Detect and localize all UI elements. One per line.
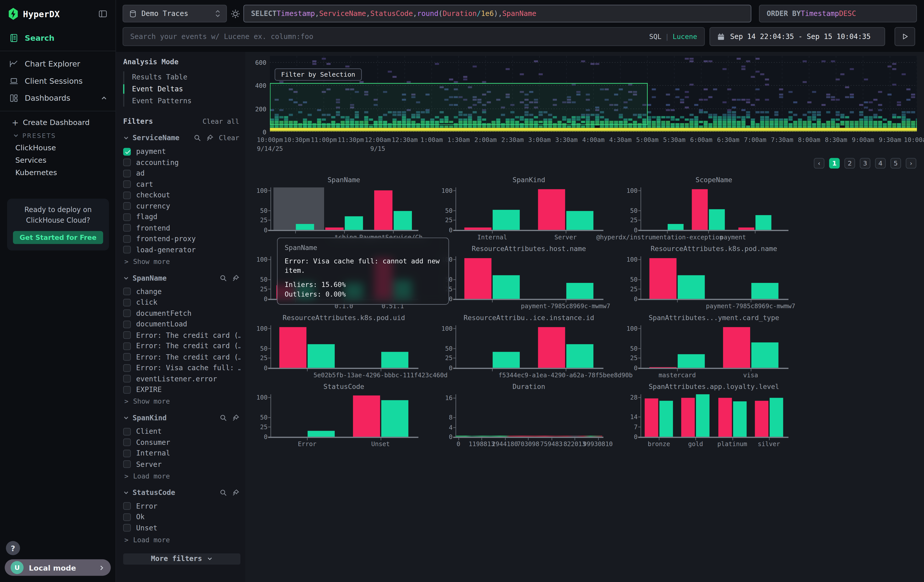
bar-group[interactable] [718, 394, 746, 437]
bar-group[interactable] [538, 188, 593, 230]
date-range-picker[interactable]: Sep 14 22:04:35 - Sep 15 10:04:35 [710, 27, 885, 46]
filter-option[interactable]: Error: Visa cache full: … [123, 362, 240, 373]
checkbox[interactable] [123, 191, 131, 199]
pagination-page-3[interactable]: 3 [860, 158, 870, 168]
bar-group[interactable] [723, 325, 778, 368]
filter-option[interactable]: checkout [123, 190, 240, 200]
sidebar-item-create-dashboard[interactable]: +Create Dashboard [0, 115, 116, 129]
filter-option[interactable]: EXPIRE [123, 384, 240, 395]
bar-group[interactable] [353, 394, 408, 437]
filter-option[interactable]: Server [123, 459, 240, 469]
analysis-mode-option-results-table[interactable]: Results Table [124, 71, 240, 83]
chart-plot-area[interactable] [455, 188, 602, 230]
bar-group[interactable] [374, 188, 412, 230]
chart-plot-area[interactable] [455, 325, 602, 368]
checkbox[interactable] [123, 320, 131, 328]
checkbox[interactable] [123, 224, 131, 232]
run-query-button[interactable] [895, 27, 916, 46]
bar-group[interactable] [755, 394, 783, 437]
analysis-mode-option-event-patterns[interactable]: Event Patterns [124, 95, 240, 107]
data-source-select[interactable]: Demo Traces [122, 5, 227, 23]
clear-filter-button[interactable]: Clear [219, 134, 239, 142]
sidebar-item-kubernetes[interactable]: Kubernetes [0, 166, 116, 179]
chart-plot-area[interactable] [271, 188, 417, 230]
checkbox[interactable] [123, 513, 131, 521]
checkbox[interactable] [123, 524, 131, 532]
bar-group[interactable] [465, 188, 520, 230]
analysis-mode-option-event-deltas[interactable]: Event Deltas [124, 83, 240, 95]
checkbox[interactable] [123, 235, 131, 242]
filter-option[interactable]: payment [123, 146, 240, 157]
bar-group[interactable] [280, 394, 335, 437]
checkbox[interactable] [123, 364, 131, 371]
filter-option[interactable]: frontend-proxy [123, 233, 240, 244]
sidebar-item-search[interactable]: Search [0, 30, 116, 46]
checkbox[interactable] [123, 439, 131, 446]
chart-plot-area[interactable] [271, 394, 417, 437]
filter-option[interactable]: documentFetch [123, 308, 240, 318]
search-input[interactable]: Search your events w/ Lucene ex. column:… [122, 27, 705, 46]
pagination-next[interactable]: › [906, 158, 916, 168]
bar-group[interactable] [353, 325, 408, 368]
checkbox[interactable] [123, 502, 131, 509]
chart-plot-area[interactable] [641, 256, 787, 299]
filter-group-name[interactable]: SpanName [133, 274, 167, 282]
filter-group-name[interactable]: ServiceName [133, 134, 179, 142]
gear-icon[interactable] [231, 9, 241, 20]
filter-option[interactable]: ad [123, 168, 240, 179]
filter-option[interactable]: Client [123, 426, 240, 437]
bar-group[interactable] [681, 394, 710, 437]
show-more-button[interactable]: >Load more [123, 472, 240, 480]
search-icon[interactable] [220, 274, 227, 281]
bar-group[interactable] [465, 325, 520, 368]
filter-option[interactable]: Error: The credit card (… [123, 330, 240, 340]
checkbox[interactable] [123, 170, 131, 177]
filter-by-selection-button[interactable]: Filter by Selection [274, 68, 361, 81]
sidebar-item-dashboards[interactable]: Dashboards [0, 89, 116, 107]
chart-plot-area[interactable] [641, 394, 787, 437]
filter-option[interactable]: documentLoad [123, 319, 240, 330]
filter-option[interactable]: flagd [123, 211, 240, 222]
checkbox[interactable] [123, 353, 131, 361]
sidebar-item-clickhouse[interactable]: ClickHouse [0, 142, 116, 154]
pin-icon[interactable] [206, 134, 214, 142]
checkbox[interactable] [123, 449, 131, 457]
sidebar-item-presets[interactable]: PRESETS [0, 129, 116, 142]
filter-option[interactable]: change [123, 286, 240, 297]
checkbox[interactable] [123, 331, 131, 339]
filter-option[interactable]: Ok [123, 512, 240, 522]
bar-group[interactable] [691, 188, 724, 230]
checkbox[interactable] [123, 180, 131, 188]
filter-option[interactable]: Error: The credit card (… [123, 341, 240, 351]
checkbox[interactable] [123, 375, 131, 383]
filter-option[interactable]: Error: The credit card (… [123, 351, 240, 362]
filter-option[interactable]: cart [123, 179, 240, 190]
get-started-button[interactable]: Get Started for Free [13, 231, 103, 244]
bar-group[interactable] [739, 188, 771, 230]
checkbox[interactable] [123, 310, 131, 317]
bar-group[interactable] [538, 325, 593, 368]
pagination-page-1[interactable]: 1 [829, 158, 840, 168]
search-icon[interactable] [194, 134, 201, 142]
chart-plot-area[interactable] [641, 188, 787, 230]
filter-option[interactable]: load-generator [123, 244, 240, 255]
filter-option[interactable]: click [123, 297, 240, 308]
checkbox[interactable] [123, 342, 131, 350]
pin-icon[interactable] [232, 489, 239, 496]
bar-group[interactable] [276, 188, 314, 230]
user-menu[interactable]: U Local mode [5, 559, 111, 576]
filter-option[interactable]: currency [123, 201, 240, 211]
more-filters-button[interactable]: More filters [123, 553, 240, 564]
bar-group[interactable] [465, 256, 520, 299]
sidebar-item-client-sessions[interactable]: Client Sessions [0, 73, 116, 89]
filter-option[interactable]: accounting [123, 157, 240, 168]
show-more-button[interactable]: >Load more [123, 536, 240, 544]
bar-group[interactable] [325, 188, 363, 230]
filter-option[interactable]: frontend [123, 223, 240, 233]
checkbox[interactable] [123, 148, 131, 155]
filter-option[interactable]: eventListener.error [123, 373, 240, 384]
checkbox[interactable] [123, 386, 131, 393]
checkbox[interactable] [123, 213, 131, 221]
chart-plot-area[interactable] [271, 325, 417, 368]
pagination-page-5[interactable]: 5 [890, 158, 901, 168]
